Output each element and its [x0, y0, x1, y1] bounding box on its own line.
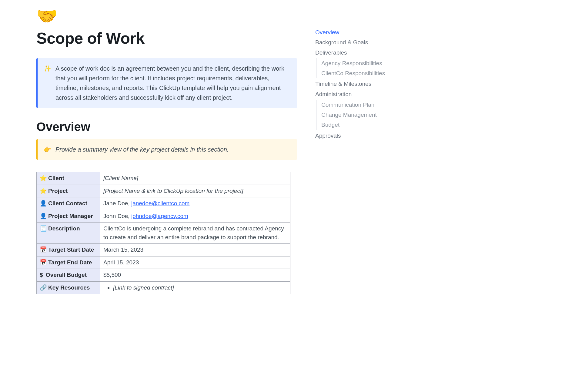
star-icon: ⭐ [40, 188, 47, 194]
table-row: ⭐Project [Project Name & link to ClickUp… [37, 185, 290, 197]
page-emoji-icon: 🤝 [36, 6, 297, 26]
toc-item-overview[interactable]: Overview [315, 27, 385, 37]
row-value-client-contact[interactable]: Jane Doe, janedoe@clientco.com [100, 197, 290, 210]
table-row: $ Overall Budget $5,500 [37, 269, 290, 282]
resource-link-item[interactable]: [Link to signed contract] [113, 283, 287, 292]
table-of-contents: Overview Background & Goals Deliverables… [315, 6, 385, 294]
toc-item-clientco-resp[interactable]: ClientCo Responsibilities [321, 68, 385, 78]
overview-hint-callout: 👉 Provide a summary view of the key proj… [36, 139, 297, 160]
label-text: Client Contact [48, 200, 87, 206]
toc-item-comm-plan[interactable]: Communication Plan [321, 100, 385, 110]
contact-name: Jane Doe, [103, 200, 131, 206]
overview-table: ⭐Client [Client Name] ⭐Project [Project … [36, 172, 290, 294]
person-icon: 👤 [40, 213, 47, 219]
table-row: 📅Target End Date April 15, 2023 [37, 256, 290, 269]
row-value-description[interactable]: ClientCo is undergoing a complete rebran… [100, 223, 290, 244]
table-row: 📅Target Start Date March 15, 2023 [37, 244, 290, 256]
row-value-resources[interactable]: [Link to signed contract] [100, 281, 290, 294]
toc-sub-deliverables: Agency Responsibilities ClientCo Respons… [316, 58, 385, 79]
contact-name: John Doe, [103, 213, 131, 219]
row-value-budget[interactable]: $5,500 [100, 269, 290, 282]
page-title: Scope of Work [36, 29, 297, 47]
intro-callout-text: A scope of work doc is an agreement betw… [55, 64, 290, 102]
row-label-project: ⭐Project [37, 185, 100, 197]
row-label-budget: $ Overall Budget [37, 269, 100, 282]
intro-callout: ✨ A scope of work doc is an agreement be… [36, 58, 297, 108]
toc-item-budget[interactable]: Budget [321, 120, 385, 130]
row-label-client-contact: 👤Client Contact [37, 197, 100, 210]
row-value-start-date[interactable]: March 15, 2023 [100, 244, 290, 256]
label-text: Overall Budget [46, 272, 87, 278]
label-text: Target End Date [48, 259, 92, 266]
table-row: ⭐Client [Client Name] [37, 172, 290, 185]
row-value-end-date[interactable]: April 15, 2023 [100, 256, 290, 269]
row-value-project-manager[interactable]: John Doe, johndoe@agency.com [100, 210, 290, 223]
row-value-client[interactable]: [Client Name] [100, 172, 290, 185]
contact-email-link[interactable]: janedoe@clientco.com [131, 200, 190, 206]
toc-item-agency-resp[interactable]: Agency Responsibilities [321, 58, 385, 68]
toc-item-administration[interactable]: Administration [315, 89, 385, 99]
sparkles-icon: ✨ [44, 64, 51, 102]
table-row: 👤Client Contact Jane Doe, janedoe@client… [37, 197, 290, 210]
calendar-icon: 📅 [40, 246, 47, 253]
toc-item-background[interactable]: Background & Goals [315, 37, 385, 47]
row-label-project-manager: 👤Project Manager [37, 210, 100, 223]
label-text: Project [48, 188, 68, 194]
document-main: 🤝 Scope of Work ✨ A scope of work doc is… [36, 6, 297, 294]
table-row: 📃Description ClientCo is undergoing a co… [37, 223, 290, 244]
row-label-start-date: 📅Target Start Date [37, 244, 100, 256]
star-icon: ⭐ [40, 175, 47, 181]
dollar-icon: $ [40, 272, 43, 278]
row-label-description: 📃Description [37, 223, 100, 244]
overview-hint-text: Provide a summary view of the key projec… [55, 145, 229, 154]
calendar-icon: 📅 [40, 259, 47, 266]
label-text: Client [48, 175, 64, 181]
label-text: Description [48, 225, 80, 232]
person-icon: 👤 [40, 200, 47, 206]
row-label-end-date: 📅Target End Date [37, 256, 100, 269]
contact-email-link[interactable]: johndoe@agency.com [131, 213, 188, 219]
toc-item-deliverables[interactable]: Deliverables [315, 48, 385, 58]
label-text: Key Resources [48, 284, 90, 291]
overview-heading: Overview [36, 120, 297, 134]
toc-sub-administration: Communication Plan Change Management Bud… [316, 100, 385, 130]
page-icon: 📃 [40, 225, 47, 232]
row-label-client: ⭐Client [37, 172, 100, 185]
toc-item-timeline[interactable]: Timeline & Milestones [315, 79, 385, 89]
toc-item-approvals[interactable]: Approvals [315, 131, 385, 141]
table-row: 👤Project Manager John Doe, johndoe@agenc… [37, 210, 290, 223]
label-text: Project Manager [48, 213, 93, 219]
toc-item-change-mgmt[interactable]: Change Management [321, 110, 385, 120]
row-value-project[interactable]: [Project Name & link to ClickUp location… [100, 185, 290, 197]
row-label-resources: 🔗Key Resources [37, 281, 100, 294]
label-text: Target Start Date [48, 246, 94, 253]
table-row: 🔗Key Resources [Link to signed contract] [37, 281, 290, 294]
pointing-right-icon: 👉 [44, 145, 51, 154]
link-icon: 🔗 [40, 284, 47, 291]
